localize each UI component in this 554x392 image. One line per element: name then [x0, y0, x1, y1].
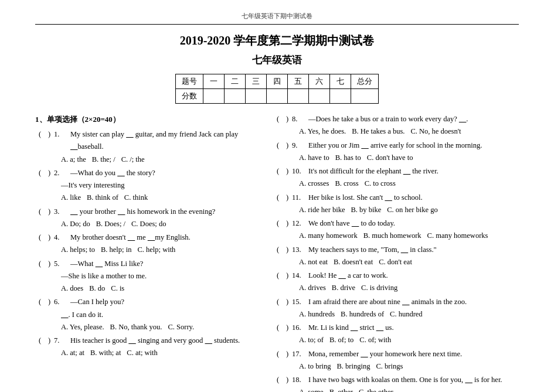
question-paren: ( — [35, 167, 45, 179]
option: C. brings — [376, 360, 403, 373]
question-options: A. not eatB. doesn't eatC. don't eat — [299, 256, 519, 268]
question-number: 9. — [292, 139, 308, 152]
option: B. drive — [332, 282, 355, 294]
question-text: We don't have to do today. — [308, 217, 519, 230]
question-paren-close: ) — [45, 258, 54, 270]
question-paren: ( — [273, 113, 283, 125]
option: C. the other — [359, 386, 393, 392]
question-text: —Does he take a bus or a train to work e… — [308, 113, 519, 125]
question-paren-close: ) — [45, 231, 54, 244]
score-table-header: 五 — [288, 74, 309, 89]
question-number: 1. — [54, 128, 70, 141]
option: C. of; with — [359, 334, 391, 346]
question-text: I am afraid there are about nine animals… — [308, 296, 519, 308]
question-text: —What Miss Li like? — [70, 258, 261, 270]
question-block: ()11.Her bike is lost. She can't to scho… — [273, 192, 519, 217]
question-block: ()15.I am afraid there are about nine an… — [273, 296, 519, 321]
score-table-header: 总分 — [351, 74, 379, 89]
question-sub: —It's very interesting — [61, 179, 261, 192]
question-block: ()10.It's not difficult for the elephant… — [273, 165, 519, 190]
question-block: ()8.—Does he take a bus or a train to wo… — [273, 113, 519, 138]
question-paren-close: ) — [45, 206, 54, 218]
option: A. Yes, please. — [61, 321, 104, 333]
right-questions: ()8.—Does he take a bus or a train to wo… — [273, 113, 519, 392]
question-options: A. have toB. has toC. don't have to — [299, 152, 519, 164]
score-cell — [351, 89, 379, 104]
question-paren: ( — [273, 348, 283, 360]
question-number: 10. — [292, 165, 308, 178]
sub-title: 七年级英语 — [35, 53, 519, 67]
question-paren-close: ) — [283, 217, 292, 230]
score-row-label: 分数 — [176, 89, 203, 104]
question-options: A. many homeworkB. much homeworkC. many … — [299, 230, 519, 242]
left-questions: ()1.My sister can play guitar, and my fr… — [35, 128, 261, 360]
section1-title: 1、单项选择（2×20=40） — [35, 113, 261, 126]
question-sub: —She is like a mother to me. — [61, 270, 261, 282]
right-column: ()8.—Does he take a bus or a train to wo… — [267, 113, 519, 392]
question-number: 7. — [54, 335, 70, 347]
question-paren: ( — [273, 165, 283, 178]
option: B. do — [89, 282, 105, 295]
question-paren: ( — [273, 270, 283, 282]
question-paren-close: ) — [283, 244, 292, 256]
question-paren-close: ) — [283, 296, 292, 308]
question-number: 4. — [54, 231, 70, 244]
option: B. with; at — [90, 347, 121, 359]
question-paren-close: ) — [283, 322, 292, 334]
option: C. don't have to — [367, 152, 413, 164]
score-table-header: 六 — [309, 74, 330, 89]
question-text: My sister can play guitar, and my friend… — [70, 128, 261, 154]
option: C. /; the — [121, 154, 145, 166]
option: A. at; at — [61, 347, 84, 359]
option: C. many homeworks — [427, 230, 488, 242]
question-number: 18. — [292, 374, 308, 386]
question-text: His teacher is good singing and very goo… — [70, 335, 261, 347]
question-number: 6. — [54, 296, 70, 308]
question-text: Mr. Li is kind strict us. — [308, 322, 519, 334]
option: B. No, thank you. — [110, 321, 162, 333]
option: B. doesn't eat — [334, 256, 373, 268]
option: A. not eat — [299, 256, 328, 268]
option: A. have to — [299, 152, 329, 164]
top-title: 七年级英语下期中测试卷 — [35, 12, 519, 21]
option: A. ride her bike — [299, 204, 345, 216]
question-number: 3. — [54, 206, 70, 218]
question-options: A. at; atB. with; atC. at; with — [61, 347, 261, 359]
question-paren: ( — [35, 231, 45, 244]
question-options: A. someB. otherC. the other — [299, 386, 519, 392]
question-options: A. to; ofB. of; toC. of; with — [299, 334, 519, 346]
option: A. to; of — [299, 334, 324, 346]
question-paren: ( — [273, 217, 283, 230]
score-table-header: 一 — [203, 74, 225, 89]
option: C. Sorry. — [168, 321, 195, 333]
question-options: A. doesB. doC. is — [61, 282, 261, 295]
question-options: A. to bringB. bringingC. brings — [299, 360, 519, 373]
question-block: ()5.—What Miss Li like?—She is like a mo… — [35, 258, 261, 295]
option: A. to bring — [299, 360, 331, 373]
option: A. drives — [299, 282, 326, 294]
option: C. No, he doesn't — [410, 125, 461, 138]
score-cell — [309, 89, 330, 104]
question-paren-close: ) — [283, 348, 292, 360]
question-paren-close: ) — [45, 335, 54, 347]
option: C. at; with — [127, 347, 157, 359]
option: B. Does; / — [96, 218, 125, 230]
question-block: ()13.My teachers says to me, "Tom, in cl… — [273, 244, 519, 269]
question-sub: . I can do it. — [61, 309, 261, 321]
score-table: 题号一二三四五六七总分分数 — [175, 74, 379, 104]
question-paren: ( — [273, 244, 283, 256]
score-cell — [225, 89, 246, 104]
question-options: A. helps; toB. help; inC. help; with — [61, 244, 261, 256]
question-options: A. Yes, he does.B. He takes a bus.C. No,… — [299, 125, 519, 138]
question-paren: ( — [273, 192, 283, 204]
question-number: 17. — [292, 348, 308, 360]
question-block: ()7.His teacher is good singing and very… — [35, 335, 261, 360]
option: C. on her bike go — [387, 204, 437, 216]
question-options: A. Yes, please.B. No, thank you.C. Sorry… — [61, 321, 261, 333]
question-paren-close: ) — [283, 165, 292, 178]
question-text: Look! He a car to work. — [308, 270, 519, 282]
score-cell — [288, 89, 309, 104]
question-number: 13. — [292, 244, 308, 256]
option: C. is — [111, 282, 124, 295]
option: B. by bike — [351, 204, 381, 216]
